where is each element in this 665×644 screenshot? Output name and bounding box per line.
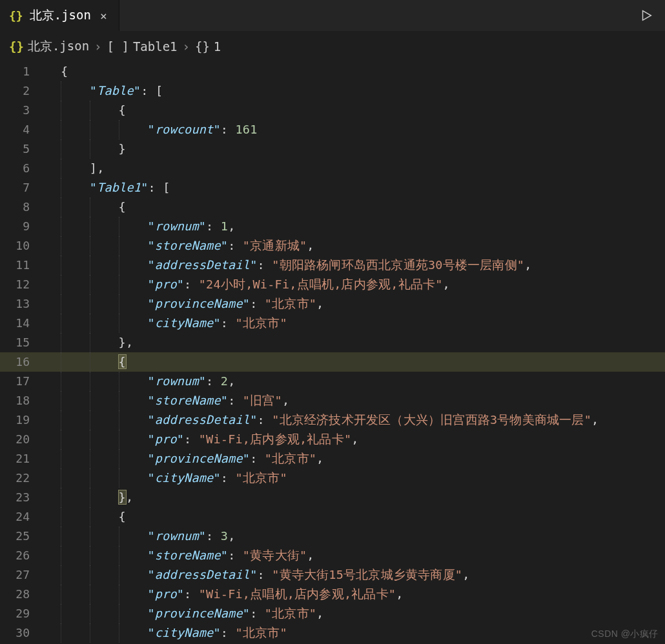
code-line[interactable]: 23},: [0, 488, 665, 507]
indent-guide: [90, 352, 90, 372]
code-line[interactable]: 29"provinceName": "北京市",: [0, 604, 665, 623]
indent-guide: [61, 585, 61, 604]
code-content[interactable]: "Table1": [: [46, 178, 665, 197]
code-line[interactable]: 25"rownum": 3,: [0, 527, 665, 546]
code-line[interactable]: 12"pro": "24小时,Wi-Fi,点唱机,店内参观,礼品卡",: [0, 275, 665, 294]
indent-guide: [90, 623, 90, 643]
code-line[interactable]: 21"provinceName": "北京市",: [0, 449, 665, 468]
code-line[interactable]: 7"Table1": [: [0, 178, 665, 197]
code-editor[interactable]: 1{2"Table": [3{4"rowcount": 1615}6],7"Ta…: [0, 62, 665, 644]
code-content[interactable]: "pro": "Wi-Fi,店内参观,礼品卡",: [46, 430, 665, 449]
code-content[interactable]: "storeName": "黄寺大街",: [46, 546, 665, 565]
code-content[interactable]: "cityName": "北京市": [46, 314, 665, 333]
indent-guide: [61, 488, 61, 507]
code-content[interactable]: "Table": [: [46, 81, 665, 101]
code-line[interactable]: 5}: [0, 139, 665, 159]
indent-guide: [90, 430, 90, 449]
line-number: 12: [0, 275, 46, 294]
indent-guide: [61, 430, 61, 449]
code-content[interactable]: "cityName": "北京市": [46, 623, 665, 643]
code-line[interactable]: 16{: [0, 352, 665, 372]
line-number: 23: [0, 488, 46, 507]
indent-guide: [90, 449, 90, 468]
code-line[interactable]: 19"addressDetail": "北京经济技术开发区（大兴）旧宫西路3号物…: [0, 410, 665, 430]
line-number: 3: [0, 101, 46, 120]
indent-guide: [61, 197, 61, 217]
code-line[interactable]: 9"rownum": 1,: [0, 217, 665, 236]
indent-guide: [90, 294, 90, 314]
code-line[interactable]: 2"Table": [: [0, 81, 665, 101]
code-line[interactable]: 27"addressDetail": "黄寺大街15号北京城乡黄寺商厦",: [0, 565, 665, 585]
code-content[interactable]: },: [46, 488, 665, 507]
code-line[interactable]: 6],: [0, 159, 665, 178]
indent-guide: [90, 256, 90, 275]
chevron-right-icon: ›: [181, 39, 191, 54]
code-content[interactable]: ],: [46, 159, 665, 178]
code-content[interactable]: "cityName": "北京市": [46, 468, 665, 488]
code-content[interactable]: "provinceName": "北京市",: [46, 294, 665, 314]
code-line[interactable]: 24{: [0, 507, 665, 527]
watermark: CSDN @小疯仔: [591, 629, 659, 640]
code-content[interactable]: }: [46, 139, 665, 159]
code-content[interactable]: {: [46, 101, 665, 120]
code-line[interactable]: 22"cityName": "北京市": [0, 468, 665, 488]
code-content[interactable]: "rownum": 2,: [46, 372, 665, 391]
code-line[interactable]: 26"storeName": "黄寺大街",: [0, 546, 665, 565]
indent-guide: [90, 372, 90, 391]
indent-guide: [90, 139, 90, 159]
code-line[interactable]: 8{: [0, 197, 665, 217]
code-content[interactable]: "storeName": "京通新城",: [46, 236, 665, 256]
code-content[interactable]: "rowcount": 161: [46, 120, 665, 139]
code-line[interactable]: 18"storeName": "旧宫",: [0, 391, 665, 410]
line-number: 27: [0, 565, 46, 585]
code-content[interactable]: "addressDetail": "北京经济技术开发区（大兴）旧宫西路3号物美商…: [46, 410, 665, 430]
code-line[interactable]: 15},: [0, 333, 665, 352]
code-content[interactable]: "provinceName": "北京市",: [46, 604, 665, 623]
code-line[interactable]: 4"rowcount": 161: [0, 120, 665, 139]
object-icon: {}: [195, 39, 210, 54]
breadcrumb-node[interactable]: 1: [214, 39, 221, 54]
code-line[interactable]: 28"pro": "Wi-Fi,点唱机,店内参观,礼品卡",: [0, 585, 665, 604]
indent-guide: [90, 101, 90, 120]
breadcrumb[interactable]: {} 北京.json › [ ] Table1 › {} 1: [0, 31, 665, 62]
json-file-icon: {}: [9, 9, 23, 23]
code-line[interactable]: 11"addressDetail": "朝阳路杨闸环岛西北京通苑30号楼一层南侧…: [0, 256, 665, 275]
breadcrumb-file[interactable]: 北京.json: [28, 38, 89, 55]
code-content[interactable]: "storeName": "旧宫",: [46, 391, 665, 410]
code-line[interactable]: 1{: [0, 62, 665, 81]
code-line[interactable]: 3{: [0, 101, 665, 120]
indent-guide: [90, 314, 90, 333]
line-number: 1: [0, 62, 46, 81]
code-line[interactable]: 20"pro": "Wi-Fi,店内参观,礼品卡",: [0, 430, 665, 449]
code-content[interactable]: },: [46, 333, 665, 352]
run-button[interactable]: [628, 0, 665, 31]
indent-guide: [90, 468, 90, 488]
code-content[interactable]: "pro": "24小时,Wi-Fi,点唱机,店内参观,礼品卡",: [46, 275, 665, 294]
code-content[interactable]: "provinceName": "北京市",: [46, 449, 665, 468]
line-number: 16: [0, 352, 46, 372]
line-number: 13: [0, 294, 46, 314]
code-line[interactable]: 14"cityName": "北京市": [0, 314, 665, 333]
code-line[interactable]: 13"provinceName": "北京市",: [0, 294, 665, 314]
code-content[interactable]: {: [46, 352, 665, 372]
code-content[interactable]: "pro": "Wi-Fi,点唱机,店内参观,礼品卡",: [46, 585, 665, 604]
close-icon[interactable]: ×: [97, 9, 110, 23]
code-content[interactable]: {: [46, 197, 665, 217]
code-content[interactable]: "addressDetail": "黄寺大街15号北京城乡黄寺商厦",: [46, 565, 665, 585]
indent-guide: [90, 236, 90, 256]
code-content[interactable]: {: [46, 62, 665, 81]
line-number: 17: [0, 372, 46, 391]
code-content[interactable]: {: [46, 507, 665, 527]
editor-tab[interactable]: {} 北京.json ×: [0, 0, 119, 31]
code-line[interactable]: 10"storeName": "京通新城",: [0, 236, 665, 256]
code-line[interactable]: 30"cityName": "北京市": [0, 623, 665, 643]
code-content[interactable]: "rownum": 3,: [46, 527, 665, 546]
line-number: 18: [0, 391, 46, 410]
breadcrumb-node[interactable]: Table1: [133, 39, 178, 54]
line-number: 15: [0, 333, 46, 352]
line-number: 9: [0, 217, 46, 236]
code-line[interactable]: 17"rownum": 2,: [0, 372, 665, 391]
indent-guide: [61, 139, 61, 159]
code-content[interactable]: "addressDetail": "朝阳路杨闸环岛西北京通苑30号楼一层南侧",: [46, 256, 665, 275]
code-content[interactable]: "rownum": 1,: [46, 217, 665, 236]
